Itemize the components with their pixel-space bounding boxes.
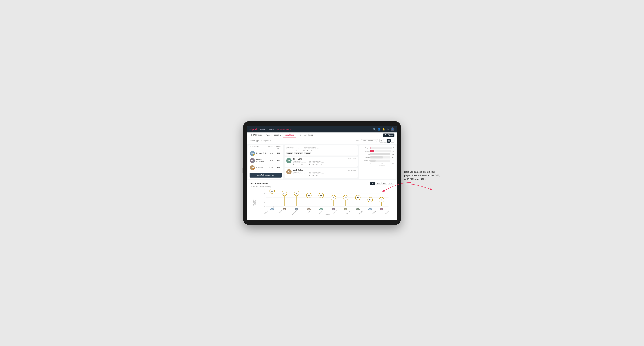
settings-icon[interactable]: ⚙ bbox=[387, 128, 389, 131]
nav-home[interactable]: Home bbox=[260, 128, 265, 131]
player-count: 14 Players bbox=[260, 140, 268, 142]
table-row[interactable]: CM 3 Cameron... 17/20 103 bbox=[248, 164, 283, 172]
bar-value: 131 bbox=[392, 160, 394, 161]
activities-group: Total Practice Activities OTT0 APP0 ARG0… bbox=[309, 172, 324, 176]
chart-x-title: Total Shots bbox=[361, 165, 394, 166]
team-name: Team Clippd bbox=[250, 140, 259, 142]
tab-tour[interactable]: Tour bbox=[296, 132, 303, 138]
add-team-button[interactable]: Add Team bbox=[383, 134, 394, 137]
bar-track bbox=[370, 156, 390, 159]
svg-text:RB: RB bbox=[320, 209, 322, 210]
player-date: 02 Sep 2023 bbox=[348, 158, 356, 160]
bar-label: Pars bbox=[361, 154, 370, 155]
table-header: PLAYER NAME PB SCORE PB AVG SQ bbox=[248, 145, 283, 150]
bar-fill bbox=[370, 153, 390, 155]
player-date: 26 Aug 2023 bbox=[348, 169, 356, 171]
player-card: JC Josh Coles 26 Aug 2023 Total Rounds bbox=[284, 168, 358, 178]
team-title: Team Clippd 14 Players ✏ bbox=[250, 140, 271, 142]
side-button[interactable] bbox=[242, 168, 243, 173]
tab-pga[interactable]: PGA bbox=[264, 132, 271, 138]
bar-label: Birdies bbox=[361, 150, 370, 152]
annotation-box: Here you can see streaks your players ha… bbox=[404, 170, 441, 181]
svg-text:2: 2 bbox=[264, 201, 265, 203]
player-info: Edward Crossman bbox=[256, 159, 268, 163]
table-row[interactable]: EC 2 Edward Crossman 18/20 107 bbox=[248, 157, 283, 164]
svg-text:RB: RB bbox=[369, 209, 371, 210]
bar-fill bbox=[370, 160, 376, 162]
round-type-rounds: Rounds bbox=[286, 152, 293, 154]
bar-value: 3 bbox=[394, 147, 394, 149]
tab-hcaps[interactable]: Hcaps 1-5 bbox=[271, 132, 283, 138]
bar-value: 311 bbox=[392, 157, 394, 158]
logo: clippd bbox=[250, 128, 257, 131]
avatar[interactable]: 👤 bbox=[390, 127, 394, 131]
rounds-group: Total Rounds Tournament 7 Practice bbox=[293, 172, 306, 176]
bell-icon[interactable]: 🔔 bbox=[382, 128, 385, 131]
player-pb: 19/20 bbox=[268, 153, 275, 154]
tab-team-clippd[interactable]: Team Clippd bbox=[282, 132, 296, 138]
bar-value: 96 bbox=[392, 150, 394, 152]
search-icon[interactable]: 🔍 bbox=[373, 128, 376, 131]
x-label: 200 bbox=[380, 163, 382, 164]
ott-stat: OTT 0 bbox=[304, 148, 306, 152]
annotation-text: Here you can see streaks your players ha… bbox=[404, 170, 441, 181]
tournament-stat: Tournament 7 bbox=[286, 148, 293, 152]
user-icon[interactable]: 👤 bbox=[378, 128, 380, 131]
avatar: EC 2 bbox=[250, 158, 255, 163]
edit-icon[interactable]: ✏ bbox=[270, 140, 271, 142]
streaks-section: Best Round Streaks OTT APP ARG PUTT Off … bbox=[248, 180, 396, 219]
round-type-practice: Practice bbox=[304, 152, 311, 154]
list-view-btn[interactable]: ☰ bbox=[383, 139, 387, 143]
total-rounds-label: Total Rounds bbox=[286, 147, 300, 148]
two-panel: PLAYER NAME PB SCORE PB AVG SQ RB 1 Rich… bbox=[247, 144, 397, 180]
player-pb: 17/20 bbox=[268, 167, 275, 169]
rounds-group: Total Rounds Tournament 8 Practice bbox=[293, 161, 306, 165]
y-axis-label: Best Streak, Fairway Accuracy bbox=[252, 198, 256, 207]
col-player-name: PLAYER NAME bbox=[250, 146, 268, 149]
round-type-tournament: Tournament bbox=[294, 152, 303, 154]
filter-ott[interactable]: OTT bbox=[370, 182, 375, 185]
arg-stat: ARG 0 bbox=[311, 148, 314, 152]
nav-my-performance[interactable]: My Performance bbox=[277, 128, 291, 131]
bar-label: Bogeys bbox=[361, 157, 370, 158]
x-label: 0 bbox=[370, 163, 371, 164]
col-pb-score: PB SCORE bbox=[268, 146, 275, 149]
more-view-btn[interactable]: ⋮ bbox=[391, 139, 394, 143]
svg-text:4: 4 bbox=[264, 197, 265, 198]
filter-app[interactable]: APP bbox=[376, 182, 381, 185]
dot-chart-container: Best Streak, Fairway Accuracy 0 2 4 6 bbox=[250, 189, 394, 217]
tab-pgat[interactable]: PGAT Players bbox=[250, 132, 264, 138]
leaderboard-panel: PLAYER NAME PB SCORE PB AVG SQ RB 1 Rich… bbox=[248, 145, 283, 179]
svg-text:8: 8 bbox=[264, 189, 265, 190]
period-select[interactable]: Last 3 months Last 6 months Last 12 mont… bbox=[361, 139, 378, 142]
player-name: Josh Coles bbox=[293, 169, 302, 171]
bar-row-pars: Pars 499 bbox=[361, 153, 394, 155]
svg-text:BM: BM bbox=[284, 209, 286, 210]
bar-label: Eagles bbox=[361, 147, 370, 149]
streaks-header: Best Round Streaks OTT APP ARG PUTT bbox=[250, 182, 394, 185]
tournament-label: Tournament bbox=[286, 148, 293, 150]
app-stat: APP 0 bbox=[307, 148, 310, 152]
svg-text:4x: 4x bbox=[332, 197, 334, 199]
nav-icons: 🔍 👤 🔔 ⚙ 👤 bbox=[373, 127, 394, 131]
table-row[interactable]: RB 1 Richard Butler 19/20 110 bbox=[248, 150, 283, 157]
streaks-title: Best Round Streaks bbox=[250, 182, 268, 184]
svg-text:DF: DF bbox=[345, 209, 346, 210]
tab-all-players[interactable]: All Players bbox=[303, 132, 314, 138]
grid-view-btn[interactable]: ⊞ bbox=[380, 139, 383, 143]
nav-links: Home Teams My Performance bbox=[260, 128, 370, 131]
bar-chart: Eagles 3 Birdies 96 bbox=[361, 147, 394, 162]
svg-text:0: 0 bbox=[264, 206, 265, 207]
subtitle-main: Off The Tee bbox=[250, 186, 258, 187]
view-full-leaderboard-button[interactable]: View Full Leaderboard bbox=[250, 173, 282, 177]
card-view-btn[interactable]: ▤ bbox=[387, 139, 390, 143]
player-label: R. Britt bbox=[319, 211, 322, 214]
bar-fill bbox=[370, 147, 370, 149]
svg-text:5x: 5x bbox=[308, 195, 310, 196]
show-label: Show bbox=[356, 140, 360, 142]
player-name: Cameron... bbox=[256, 167, 268, 169]
card-info: Rees Britt 02 Sep 2023 Total Rounds Tour… bbox=[293, 158, 356, 165]
practice-val: 6 bbox=[296, 150, 300, 152]
nav-teams[interactable]: Teams bbox=[268, 128, 274, 131]
putt-stat: PUTT 1 bbox=[315, 148, 318, 152]
